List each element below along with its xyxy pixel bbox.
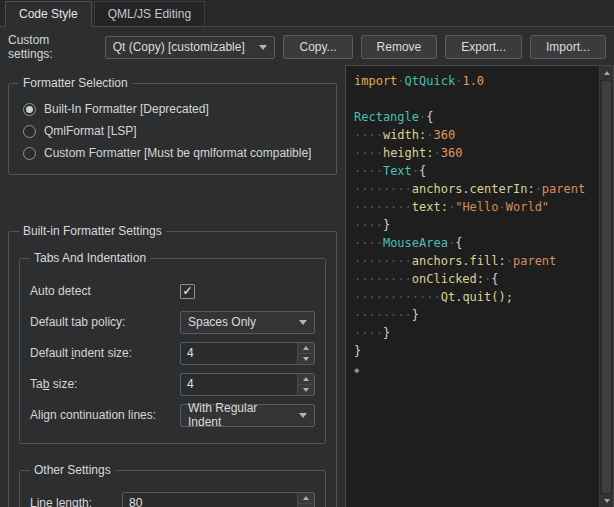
tab-policy-combobox[interactable]: Spaces Only — [180, 311, 315, 334]
chevron-down-icon — [299, 413, 307, 418]
tabs-and-indentation-group: Tabs And Indentation Auto detect Default… — [19, 258, 326, 444]
tab-code-style[interactable]: Code Style — [5, 1, 92, 27]
scrollbar-up-button[interactable] — [600, 66, 613, 80]
radio-label: Built-In Formatter [Deprecated] — [44, 102, 209, 116]
scheme-combobox-value: Qt (Copy) [customizable] — [113, 40, 245, 54]
auto-detect-row: Auto detect — [30, 278, 315, 304]
line-length-label: Line length: — [30, 496, 122, 507]
arrow-up-icon — [303, 346, 309, 350]
other-settings-title: Other Settings — [30, 463, 115, 477]
code-line: import·QtQuick·1.0 — [354, 72, 597, 90]
tab-size-spinbox[interactable]: 4 — [180, 373, 315, 396]
spin-up-button[interactable] — [298, 374, 314, 384]
align-lines-label: Align continuation lines: — [30, 408, 180, 422]
spin-down-button[interactable] — [298, 503, 314, 507]
align-lines-value: With Regular Indent — [188, 401, 289, 429]
arrow-up-icon — [303, 496, 309, 500]
align-lines-row: Align continuation lines: With Regular I… — [30, 402, 315, 428]
code-line: ····height:·360 — [354, 144, 597, 162]
scrollbar-thumb[interactable] — [602, 81, 611, 493]
code-line — [354, 90, 597, 108]
radio-indicator — [23, 103, 36, 116]
spin-up-button[interactable] — [298, 343, 314, 353]
custom-settings-label: Custom settings: — [8, 33, 97, 61]
arrow-down-icon — [303, 357, 309, 361]
radio-indicator — [23, 125, 36, 138]
radio-indicator — [23, 147, 36, 160]
remove-button[interactable]: Remove — [361, 35, 438, 59]
code-line: ····MouseArea·{ — [354, 234, 597, 252]
spin-buttons — [297, 493, 314, 507]
tab-policy-row: Default tab policy: Spaces Only — [30, 309, 315, 335]
radio-builtin-formatter[interactable]: Built-In Formatter [Deprecated] — [19, 98, 326, 120]
arrow-down-icon — [303, 388, 309, 392]
code-line: } — [354, 342, 597, 360]
tabs-and-indentation-title: Tabs And Indentation — [30, 251, 150, 265]
code-line: ····} — [354, 216, 597, 234]
auto-detect-label: Auto detect — [30, 284, 180, 298]
radio-custom-formatter[interactable]: Custom Formatter [Must be qmlformat comp… — [19, 142, 326, 164]
spin-up-button[interactable] — [298, 493, 314, 503]
code-preview-editor[interactable]: import·QtQuick·1.0 Rectangle·{····width:… — [345, 65, 614, 507]
line-length-spinbox[interactable]: 80 — [122, 492, 315, 507]
arrow-up-icon — [303, 377, 309, 381]
tab-policy-label: Default tab policy: — [30, 315, 180, 329]
code-line: ····width:·360 — [354, 126, 597, 144]
tab-qmljs-editing[interactable]: QML/JS Editing — [94, 1, 205, 26]
align-lines-combobox[interactable]: With Regular Indent — [180, 404, 315, 427]
spin-buttons — [297, 343, 314, 364]
code-line: Rectangle·{ — [354, 108, 597, 126]
arrow-down-icon — [604, 499, 610, 503]
left-panel: Formatter Selection Built-In Formatter [… — [0, 65, 345, 507]
indent-size-value[interactable]: 4 — [181, 343, 297, 364]
spin-buttons — [297, 374, 314, 395]
chevron-down-icon — [299, 320, 307, 325]
import-button[interactable]: Import... — [530, 35, 606, 59]
scheme-buttons: Copy... Remove Export... Import... — [283, 35, 606, 59]
code-line: ········anchors.fill:·parent — [354, 252, 597, 270]
other-settings-group: Other Settings Line length: 80 — [19, 470, 326, 507]
scrollbar-down-button[interactable] — [600, 494, 613, 507]
radio-label: Custom Formatter [Must be qmlformat comp… — [44, 146, 311, 160]
tab-size-label: Tab size: — [30, 377, 180, 391]
tab-size-row: Tab size: 4 — [30, 371, 315, 397]
code-style-settings-window: Code Style QML/JS Editing Custom setting… — [0, 0, 614, 507]
code-line: ····} — [354, 324, 597, 342]
scheme-combobox[interactable]: Qt (Copy) [customizable] — [105, 36, 276, 59]
export-button[interactable]: Export... — [445, 35, 522, 59]
tab-bar: Code Style QML/JS Editing — [0, 0, 614, 27]
code-line: ········onClicked:·{ — [354, 270, 597, 288]
radio-label: QmlFormat [LSP] — [44, 124, 137, 138]
radio-qmlformat[interactable]: QmlFormat [LSP] — [19, 120, 326, 142]
chevron-down-icon — [259, 45, 267, 50]
code-line: ◆ — [354, 360, 597, 378]
builtin-formatter-settings-group: Built-in Formatter Settings Tabs And Ind… — [8, 231, 337, 507]
builtin-formatter-settings-title: Built-in Formatter Settings — [19, 224, 166, 238]
line-length-value[interactable]: 80 — [123, 493, 297, 507]
formatter-selection-group: Formatter Selection Built-In Formatter [… — [8, 83, 337, 175]
code-line: ············Qt.quit(); — [354, 288, 597, 306]
vertical-scrollbar[interactable] — [599, 66, 613, 507]
spin-down-button[interactable] — [298, 384, 314, 395]
copy-button[interactable]: Copy... — [283, 35, 352, 59]
code-line: ········text:·"Hello·World" — [354, 198, 597, 216]
scrollbar-track[interactable] — [600, 80, 613, 494]
indent-size-row: Default indent size: 4 — [30, 340, 315, 366]
code-line: ········anchors.centerIn:·parent — [354, 180, 597, 198]
indent-size-label: Default indent size: — [30, 346, 180, 360]
indent-size-spinbox[interactable]: 4 — [180, 342, 315, 365]
formatter-selection-title: Formatter Selection — [19, 76, 132, 90]
tab-size-value[interactable]: 4 — [181, 374, 297, 395]
main-area: Formatter Selection Built-In Formatter [… — [0, 65, 614, 507]
arrow-up-icon — [604, 71, 610, 75]
spin-down-button[interactable] — [298, 353, 314, 364]
tab-policy-value: Spaces Only — [188, 315, 256, 329]
custom-settings-toolbar: Custom settings: Qt (Copy) [customizable… — [0, 27, 614, 65]
auto-detect-checkbox[interactable] — [180, 284, 195, 299]
line-length-row: Line length: 80 — [30, 490, 315, 507]
code-line: ····Text·{ — [354, 162, 597, 180]
code-area[interactable]: import·QtQuick·1.0 Rectangle·{····width:… — [346, 66, 599, 507]
code-line: ········} — [354, 306, 597, 324]
